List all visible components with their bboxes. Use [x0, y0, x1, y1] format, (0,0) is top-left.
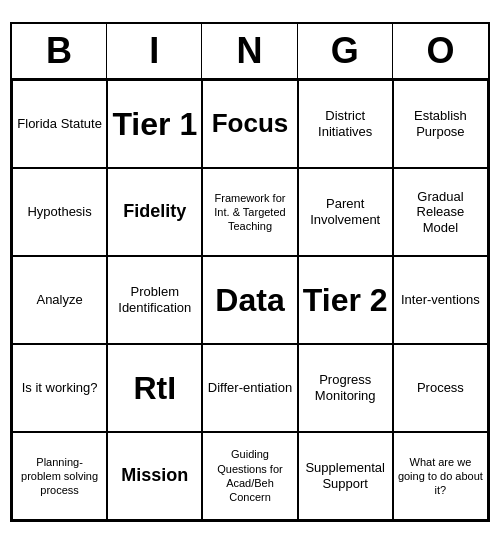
bingo-cell-4: Establish Purpose [393, 80, 488, 168]
cell-text-13: Tier 2 [303, 281, 388, 319]
cell-text-6: Fidelity [123, 201, 186, 223]
bingo-cell-7: Framework for Int. & Targeted Teaching [202, 168, 297, 256]
cell-text-10: Analyze [36, 292, 82, 308]
bingo-cell-2: Focus [202, 80, 297, 168]
cell-text-21: Mission [121, 465, 188, 487]
header-letter-N: N [202, 24, 297, 78]
cell-text-8: Parent Involvement [303, 196, 388, 227]
bingo-cell-22: Guiding Questions for Acad/Beh Concern [202, 432, 297, 520]
cell-text-12: Data [215, 281, 284, 319]
bingo-cell-6: Fidelity [107, 168, 202, 256]
bingo-cell-12: Data [202, 256, 297, 344]
bingo-card: BINGO Florida StatuteTier 1FocusDistrict… [10, 22, 490, 522]
cell-text-14: Inter-ventions [401, 292, 480, 308]
cell-text-16: RtI [133, 369, 176, 407]
bingo-cell-18: Progress Monitoring [298, 344, 393, 432]
cell-text-7: Framework for Int. & Targeted Teaching [207, 191, 292, 234]
bingo-cell-3: District Initiatives [298, 80, 393, 168]
cell-text-4: Establish Purpose [398, 108, 483, 139]
cell-text-18: Progress Monitoring [303, 372, 388, 403]
bingo-cell-24: What are we going to do about it? [393, 432, 488, 520]
cell-text-24: What are we going to do about it? [398, 455, 483, 498]
bingo-cell-21: Mission [107, 432, 202, 520]
bingo-cell-23: Supplemental Support [298, 432, 393, 520]
bingo-cell-5: Hypothesis [12, 168, 107, 256]
bingo-cell-15: Is it working? [12, 344, 107, 432]
bingo-grid: Florida StatuteTier 1FocusDistrict Initi… [12, 80, 488, 520]
cell-text-23: Supplemental Support [303, 460, 388, 491]
cell-text-17: Differ-entiation [208, 380, 292, 396]
bingo-cell-16: RtI [107, 344, 202, 432]
bingo-cell-13: Tier 2 [298, 256, 393, 344]
cell-text-1: Tier 1 [112, 105, 197, 143]
cell-text-11: Problem Identification [112, 284, 197, 315]
bingo-header: BINGO [12, 24, 488, 80]
header-letter-B: B [12, 24, 107, 78]
cell-text-15: Is it working? [22, 380, 98, 396]
cell-text-5: Hypothesis [27, 204, 91, 220]
cell-text-22: Guiding Questions for Acad/Beh Concern [207, 447, 292, 504]
cell-text-2: Focus [212, 108, 289, 139]
bingo-cell-1: Tier 1 [107, 80, 202, 168]
bingo-cell-10: Analyze [12, 256, 107, 344]
bingo-cell-17: Differ-entiation [202, 344, 297, 432]
cell-text-3: District Initiatives [303, 108, 388, 139]
header-letter-O: O [393, 24, 488, 78]
bingo-cell-0: Florida Statute [12, 80, 107, 168]
cell-text-0: Florida Statute [17, 116, 102, 132]
bingo-cell-9: Gradual Release Model [393, 168, 488, 256]
header-letter-I: I [107, 24, 202, 78]
cell-text-9: Gradual Release Model [398, 189, 483, 236]
bingo-cell-19: Process [393, 344, 488, 432]
cell-text-19: Process [417, 380, 464, 396]
bingo-cell-20: Planning-problem solving process [12, 432, 107, 520]
header-letter-G: G [298, 24, 393, 78]
bingo-cell-8: Parent Involvement [298, 168, 393, 256]
cell-text-20: Planning-problem solving process [17, 455, 102, 498]
bingo-cell-14: Inter-ventions [393, 256, 488, 344]
bingo-cell-11: Problem Identification [107, 256, 202, 344]
